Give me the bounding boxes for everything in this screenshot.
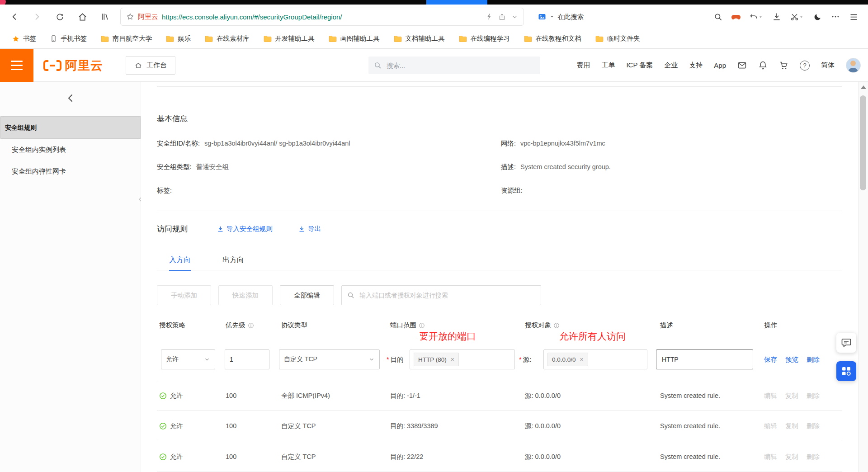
bookmark-folder[interactable]: 开发辅助工具 [263, 34, 315, 43]
bookmark-folder[interactable]: 在线编程学习 [458, 34, 510, 43]
console-search-input[interactable] [386, 61, 535, 70]
find-in-page-icon[interactable] [710, 9, 726, 25]
browser-menu-icon[interactable] [845, 9, 862, 25]
bell-icon[interactable] [758, 61, 768, 70]
flash-blocked-icon[interactable] [486, 13, 493, 20]
bookmark-folder[interactable]: 娱乐 [165, 34, 191, 43]
back-icon[interactable] [6, 9, 23, 25]
download-icon[interactable] [769, 9, 785, 25]
info-icon[interactable] [419, 322, 425, 329]
share-icon[interactable] [498, 13, 506, 21]
search-here-caret-icon[interactable] [549, 14, 555, 19]
scroll-up-arrow-icon[interactable] [861, 85, 866, 89]
mini-app-button[interactable] [836, 361, 856, 381]
bookmark-item[interactable]: 书签 [12, 34, 36, 43]
basic-info-title: 基本信息 [157, 113, 188, 124]
edit-link[interactable]: 编辑 [764, 422, 777, 430]
workbench-button[interactable]: 工作台 [126, 56, 175, 75]
import-icon [217, 226, 224, 232]
tab-outbound[interactable]: 出方向 [222, 250, 244, 270]
bookmark-folder[interactable]: 南昌航空大学 [100, 34, 152, 43]
tab-inbound[interactable]: 入方向 [169, 250, 191, 271]
required-mark: * [387, 356, 389, 363]
quick-add-button[interactable]: 快速添加 [218, 285, 273, 305]
more-icon[interactable] [827, 9, 844, 25]
protocol-select[interactable]: 自定义 TCP [279, 349, 380, 369]
import-rules-link[interactable]: 导入安全组规则 [217, 225, 273, 233]
edit-link[interactable]: 编辑 [764, 392, 777, 400]
remove-tag-icon[interactable]: × [580, 356, 584, 363]
cart-icon[interactable] [779, 61, 788, 70]
menu-item-billing[interactable]: 费用 [576, 61, 590, 70]
rules-table-header: 授权策略 优先级 协议类型 端口范围 授权对象 描述 操作 [157, 316, 842, 335]
menu-item-enterprise[interactable]: 企业 [664, 61, 678, 70]
bookmark-folder[interactable]: 画图辅助工具 [328, 34, 380, 43]
export-link[interactable]: 导出 [298, 225, 321, 233]
edit-all-button[interactable]: 全部编辑 [280, 285, 334, 305]
reload-icon[interactable] [52, 9, 68, 25]
priority-input[interactable] [225, 350, 269, 369]
bookmark-folder[interactable]: 文档辅助工具 [393, 34, 445, 43]
night-mode-icon[interactable] [809, 9, 826, 25]
remove-tag-icon[interactable]: × [451, 356, 454, 363]
rules-search-input[interactable] [359, 291, 535, 299]
scrollbar-thumb[interactable] [860, 95, 866, 190]
clone-link[interactable]: 复制 [785, 453, 798, 461]
sidebar-item-instances-in-group[interactable]: 安全组内实例列表 [0, 139, 141, 160]
info-icon[interactable] [553, 322, 560, 329]
delete-link[interactable]: 删除 [807, 392, 820, 400]
edit-link[interactable]: 编辑 [764, 453, 777, 461]
language-selector[interactable]: 简体 [821, 61, 835, 70]
port-range-taginput[interactable]: HTTP (80) × [410, 349, 515, 369]
avatar[interactable] [846, 58, 861, 73]
bookmark-item[interactable]: 手机书签 [50, 34, 87, 43]
rule-description-cell: System created rule. [660, 380, 720, 411]
aliyun-logo[interactable]: 阿里云 [43, 49, 103, 82]
menu-item-support[interactable]: 支持 [689, 61, 703, 70]
preview-link[interactable]: 预览 [785, 355, 798, 364]
export-icon [298, 226, 305, 232]
bookmark-star-icon[interactable] [126, 13, 134, 21]
console-search[interactable] [368, 57, 540, 74]
import-label: 导入安全组规则 [226, 225, 273, 233]
bookmark-label: 临时文件夹 [607, 34, 640, 43]
help-icon[interactable]: ? [800, 61, 810, 71]
rules-search[interactable] [341, 285, 541, 305]
bookmark-folder[interactable]: 临时文件夹 [595, 34, 640, 43]
clone-link[interactable]: 复制 [785, 422, 798, 430]
url-bar[interactable]: 阿里云 https://ecs.console.aliyun.com/#/sec… [120, 8, 524, 26]
export-label: 导出 [308, 225, 321, 233]
game-center-icon[interactable] [728, 9, 744, 25]
page-scrollbar[interactable] [858, 82, 868, 472]
source-taginput[interactable]: 0.0.0.0/0 × [543, 349, 647, 369]
policy-select[interactable]: 允许 [161, 349, 215, 369]
sidebar-item-enis-in-group[interactable]: 安全组内弹性网卡 [0, 160, 141, 182]
content-top-divider [157, 86, 842, 87]
clone-link[interactable]: 复制 [785, 392, 798, 400]
sidebar-item-security-group-rules[interactable]: 安全组规则 [0, 116, 141, 139]
undo-icon[interactable] [746, 9, 767, 25]
home-icon[interactable] [74, 9, 90, 25]
menu-item-app[interactable]: App [714, 61, 726, 69]
info-icon[interactable] [248, 322, 254, 329]
library-icon[interactable] [97, 9, 113, 25]
forward-icon[interactable] [29, 9, 45, 25]
search-here-widget[interactable]: 在此搜索 [538, 13, 584, 21]
console-menu-icon[interactable] [0, 49, 33, 82]
delete-link[interactable]: 删除 [807, 422, 820, 430]
save-link[interactable]: 保存 [764, 355, 777, 364]
feedback-chat-button[interactable] [836, 333, 856, 353]
manual-add-button[interactable]: 手动添加 [157, 285, 211, 305]
menu-item-icp[interactable]: ICP 备案 [626, 61, 653, 70]
delete-link[interactable]: 删除 [807, 453, 820, 461]
bookmark-folder[interactable]: 在线素材库 [204, 34, 250, 43]
delete-link[interactable]: 删除 [807, 355, 820, 364]
bookmark-folder[interactable]: 在线教程和文档 [524, 34, 582, 43]
menu-item-tickets[interactable]: 工单 [601, 61, 615, 70]
mail-icon[interactable] [737, 61, 747, 70]
urlbar-dropdown-icon[interactable] [511, 14, 518, 20]
screenshot-icon[interactable] [787, 9, 807, 25]
url-text[interactable]: https://ecs.console.aliyun.com/#/securit… [162, 13, 480, 21]
description-input[interactable] [656, 350, 753, 369]
sidebar-back-button[interactable] [0, 88, 141, 108]
